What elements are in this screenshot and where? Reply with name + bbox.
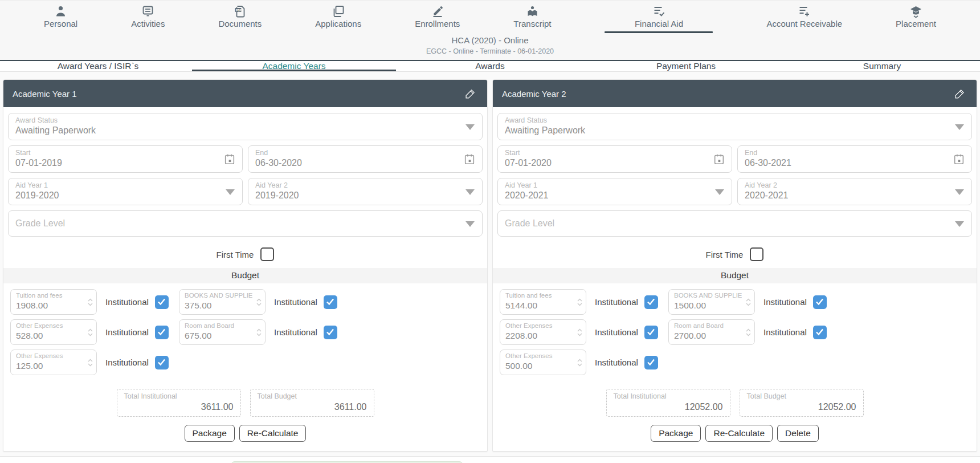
number-spinner[interactable]: [577, 359, 582, 367]
edit-pencil-icon[interactable]: [953, 87, 966, 100]
nav-item-enrollments[interactable]: Enrollments: [415, 5, 460, 29]
start-date-field[interactable]: Start 07-01-2019: [8, 145, 243, 173]
field-value: 06-30-2021: [745, 157, 949, 168]
end-date-field[interactable]: End 06-30-2020: [248, 145, 483, 173]
package-button[interactable]: Package: [651, 425, 701, 442]
institutional-checkbox[interactable]: [155, 295, 169, 309]
nav-item-transcript[interactable]: Transcript: [513, 5, 551, 29]
total-label: Total Budget: [747, 392, 856, 400]
institutional-checkbox[interactable]: [644, 295, 658, 309]
number-spinner[interactable]: [88, 359, 93, 367]
budget-item: Other Expenses 2208.00 Institutional: [500, 319, 668, 345]
chevron-down-icon[interactable]: [955, 124, 964, 130]
package-button[interactable]: Package: [185, 425, 235, 442]
award-status-select[interactable]: Award Status Awaiting Paperwork: [8, 113, 483, 140]
budget-field-label: Other Expenses: [16, 322, 84, 330]
applications-icon: [331, 5, 345, 18]
start-date-field[interactable]: Start 07-01-2020: [497, 145, 732, 173]
budget-amount-field[interactable]: BOOKS AND SUPPLIES 375.00: [179, 289, 266, 315]
budget-amount-field[interactable]: Other Expenses 2208.00: [500, 319, 586, 345]
number-spinner[interactable]: [88, 328, 93, 336]
grade-level-select[interactable]: Grade Level: [497, 210, 972, 237]
total-institutional-box: Total Institutional 12052.00: [606, 389, 730, 417]
chevron-down-icon[interactable]: [466, 221, 475, 227]
nav-label: Documents: [218, 19, 262, 29]
chevron-down-icon[interactable]: [226, 189, 235, 195]
tab-award-years-isirs[interactable]: Award Years / ISIR`s: [0, 61, 196, 71]
calendar-icon[interactable]: [463, 153, 476, 165]
chevron-down-icon[interactable]: [955, 189, 964, 195]
number-spinner[interactable]: [577, 298, 582, 306]
calendar-icon[interactable]: [223, 153, 236, 165]
field-label: End: [255, 149, 459, 157]
budget-amount-field[interactable]: Tuition and fees 5144.00: [500, 289, 586, 315]
budget-amount-field[interactable]: Other Expenses 500.00: [500, 350, 586, 375]
active-nav-underline: [605, 31, 713, 33]
number-spinner[interactable]: [746, 328, 751, 336]
budget-field-label: BOOKS AND SUPPLIES: [674, 292, 742, 299]
institutional-checkbox[interactable]: [813, 295, 827, 309]
tab-awards[interactable]: Awards: [392, 61, 588, 71]
budget-amount-field[interactable]: BOOKS AND SUPPLIES 1500.00: [668, 289, 755, 315]
chevron-down-icon[interactable]: [715, 189, 724, 195]
edit-pencil-icon[interactable]: [463, 87, 477, 100]
recalculate-button[interactable]: Re-Calculate: [705, 425, 773, 442]
nav-item-account-receivable[interactable]: Account Receivable: [766, 5, 842, 29]
chevron-down-icon[interactable]: [955, 221, 964, 227]
total-label: Total Institutional: [124, 392, 234, 400]
institutional-checkbox[interactable]: [324, 295, 337, 309]
nav-item-financial-aid[interactable]: Financial Aid: [605, 5, 713, 33]
delete-button[interactable]: Delete: [777, 425, 819, 442]
budget-field-value: 675.00: [185, 330, 252, 341]
nav-item-activities[interactable]: Activities: [131, 5, 165, 29]
aid-year-2-select[interactable]: Aid Year 2 2020-2021: [737, 178, 972, 205]
institutional-checkbox[interactable]: [644, 326, 658, 339]
field-label: Award Status: [15, 116, 459, 124]
total-budget-box: Total Budget 12052.00: [740, 389, 864, 417]
tab-payment-plans[interactable]: Payment Plans: [588, 61, 784, 71]
number-spinner[interactable]: [256, 298, 262, 306]
aid-year-2-select[interactable]: Aid Year 2 2019-2020: [248, 178, 483, 205]
nav-items: Personal Activities PDF Documents Applic…: [0, 5, 980, 33]
first-time-checkbox[interactable]: [260, 247, 274, 261]
nav-item-personal[interactable]: Personal: [44, 5, 77, 29]
number-spinner[interactable]: [746, 298, 751, 306]
recalculate-button[interactable]: Re-Calculate: [239, 425, 307, 442]
calendar-icon[interactable]: [953, 153, 965, 165]
program-subtitle: EGCC - Online - Terminate - 06-01-2020: [0, 47, 980, 55]
tab-summary[interactable]: Summary: [784, 61, 980, 71]
budget-amount-field[interactable]: Tuition and fees 1908.00: [10, 289, 97, 315]
institutional-checkbox[interactable]: [155, 356, 169, 369]
aid-year-1-select[interactable]: Aid Year 1 2020-2021: [497, 178, 732, 205]
aid-year-1-select[interactable]: Aid Year 1 2019-2020: [8, 178, 243, 205]
field-value: 2020-2021: [745, 190, 949, 201]
number-spinner[interactable]: [577, 328, 582, 336]
institutional-checkbox[interactable]: [324, 326, 337, 339]
tab-academic-years[interactable]: Academic Years: [196, 61, 392, 71]
page: Personal Activities PDF Documents Applic…: [0, 0, 980, 463]
institutional-checkbox[interactable]: [155, 326, 169, 339]
budget-field-label: Room and Board: [185, 322, 252, 330]
budget-field-label: Other Expenses: [16, 352, 84, 360]
first-time-checkbox[interactable]: [750, 247, 763, 261]
budget-field-value: 1908.00: [16, 300, 84, 311]
institutional-checkbox[interactable]: [813, 326, 827, 339]
budget-amount-field[interactable]: Room and Board 2700.00: [668, 319, 755, 345]
nav-item-applications[interactable]: Applications: [315, 5, 361, 29]
institutional-checkbox[interactable]: [644, 356, 658, 369]
calendar-icon[interactable]: [713, 153, 725, 165]
institutional-label: Institutional: [105, 358, 149, 367]
budget-amount-field[interactable]: Room and Board 675.00: [179, 319, 266, 345]
nav-item-documents[interactable]: PDF Documents: [218, 5, 262, 29]
budget-amount-field[interactable]: Other Expenses 125.00: [10, 350, 97, 375]
nav-item-placement[interactable]: Placement: [896, 5, 936, 29]
budget-amount-field[interactable]: Other Expenses 528.00: [10, 319, 97, 345]
chevron-down-icon[interactable]: [466, 124, 475, 130]
grade-level-select[interactable]: Grade Level: [8, 210, 483, 237]
award-status-select[interactable]: Award Status Awaiting Paperwork: [497, 113, 972, 140]
number-spinner[interactable]: [88, 298, 93, 306]
field-value: Awaiting Paperwork: [15, 125, 459, 136]
end-date-field[interactable]: End 06-30-2021: [737, 145, 972, 173]
number-spinner[interactable]: [256, 328, 262, 336]
chevron-down-icon[interactable]: [466, 189, 475, 195]
